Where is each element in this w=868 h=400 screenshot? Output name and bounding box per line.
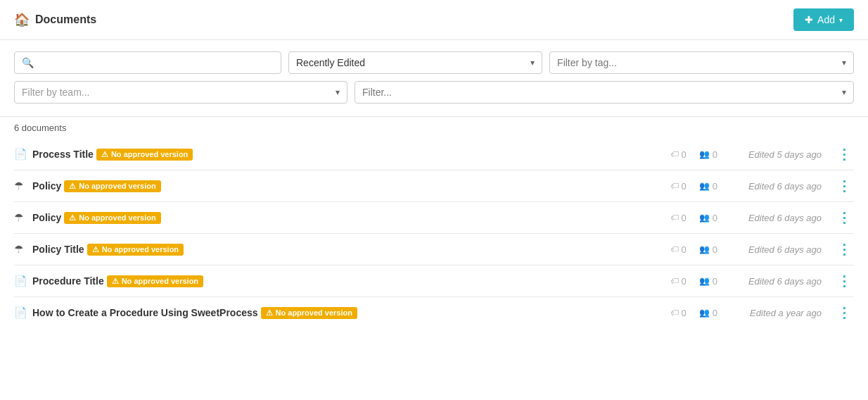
sort-dropdown[interactable]: Recently Edited Alphabetical Recently Cr… (289, 52, 542, 73)
doc-badge: ⚠ No approved version (107, 275, 203, 287)
doc-type-icon: ☂ (14, 180, 28, 192)
doc-assignees-count: 👥 0 (699, 244, 717, 255)
table-row: ☂ Policy ⚠ No approved version 🏷 0 👥 0 E… (14, 202, 854, 234)
search-input[interactable] (38, 57, 274, 68)
tags-number: 0 (682, 244, 687, 255)
people-icon: 👥 (699, 276, 710, 286)
people-icon: 👥 (699, 149, 710, 159)
table-row: ☂ Policy ⚠ No approved version 🏷 0 👥 0 E… (14, 170, 854, 202)
doc-type-icon: ☂ (14, 243, 28, 256)
doc-more-button[interactable]: ⋮ (834, 179, 854, 193)
tags-number: 0 (682, 149, 687, 160)
assignees-number: 0 (713, 244, 717, 255)
doc-left-0: 📄 Process Title ⚠ No approved version (14, 148, 663, 161)
doc-left-1: ☂ Policy ⚠ No approved version (14, 180, 663, 192)
doc-assignees-count: 👥 0 (699, 276, 717, 287)
doc-type-icon: 📄 (14, 306, 28, 319)
doc-badge: ⚠ No approved version (96, 149, 193, 161)
doc-count: 6 documents (0, 117, 868, 139)
tag-icon: 🏷 (670, 308, 679, 318)
table-row: 📄 How to Create a Procedure Using SweetP… (14, 297, 854, 328)
warning-icon: ⚠ (69, 182, 76, 191)
home-icon: 🏠 (14, 12, 30, 27)
badge-label: No approved version (276, 308, 352, 317)
doc-more-button[interactable]: ⋮ (834, 211, 854, 225)
doc-more-button[interactable]: ⋮ (834, 306, 854, 320)
tag-icon: 🏷 (670, 181, 679, 191)
filters-row-1: 🔍 Recently Edited Alphabetical Recently … (14, 51, 854, 74)
doc-more-button[interactable]: ⋮ (834, 147, 854, 161)
doc-assignees-count: 👥 0 (699, 213, 717, 223)
doc-assignees-count: 👥 0 (699, 149, 717, 160)
assignees-number: 0 (713, 276, 717, 287)
doc-edited-time: Edited 5 days ago (730, 149, 822, 160)
doc-left-2: ☂ Policy ⚠ No approved version (14, 211, 663, 224)
doc-edited-time: Edited 6 days ago (730, 213, 822, 223)
doc-type-icon: 📄 (14, 275, 28, 287)
doc-left-4: 📄 Procedure Title ⚠ No approved version (14, 275, 663, 287)
doc-type-icon: 📄 (14, 148, 28, 161)
assignees-number: 0 (713, 181, 717, 192)
doc-title[interactable]: Policy Title (32, 244, 84, 255)
search-wrapper: 🔍 (14, 51, 281, 74)
doc-assignees-count: 👥 0 (699, 181, 717, 192)
doc-meta-2: 🏷 0 👥 0 Edited 6 days ago ⋮ (670, 211, 854, 225)
doc-meta-0: 🏷 0 👥 0 Edited 5 days ago ⋮ (670, 147, 854, 161)
doc-count-label: 6 documents (14, 123, 66, 133)
doc-more-button[interactable]: ⋮ (834, 242, 854, 256)
doc-left-3: ☂ Policy Title ⚠ No approved version (14, 243, 663, 256)
doc-more-button[interactable]: ⋮ (834, 274, 854, 288)
team-filter-dropdown[interactable]: Filter by team... (15, 82, 347, 103)
doc-badge: ⚠ No approved version (64, 180, 160, 192)
doc-badge: ⚠ No approved version (261, 307, 357, 319)
filters-row-2: Filter by team... ▾ ▾ (14, 81, 854, 104)
assignees-number: 0 (713, 213, 717, 223)
doc-assignees-count: 👥 0 (699, 308, 717, 318)
doc-tags-count: 🏷 0 (670, 181, 687, 192)
search-icon: 🔍 (22, 57, 34, 68)
assignees-number: 0 (713, 149, 717, 160)
warning-icon: ⚠ (101, 150, 108, 159)
assignees-number: 0 (713, 308, 717, 318)
tag-icon: 🏷 (670, 149, 679, 159)
warning-icon: ⚠ (92, 245, 99, 254)
tags-number: 0 (682, 276, 687, 287)
filter-wrapper: ▾ (355, 81, 854, 104)
tags-number: 0 (682, 308, 687, 318)
doc-title[interactable]: Policy (32, 212, 61, 223)
warning-icon: ⚠ (69, 213, 76, 223)
doc-edited-time: Edited a year ago (730, 308, 822, 318)
doc-title[interactable]: How to Create a Procedure Using SweetPro… (32, 307, 258, 318)
tags-number: 0 (682, 213, 687, 223)
doc-tags-count: 🏷 0 (670, 149, 687, 160)
add-button[interactable]: ✚ Add ▾ (793, 8, 854, 31)
doc-title[interactable]: Procedure Title (32, 275, 104, 287)
doc-badge: ⚠ No approved version (64, 212, 160, 224)
people-icon: 👥 (699, 244, 710, 254)
warning-icon: ⚠ (112, 277, 119, 286)
doc-title[interactable]: Process Title (32, 149, 94, 160)
people-icon: 👥 (699, 213, 710, 223)
warning-icon: ⚠ (266, 308, 273, 318)
doc-tags-count: 🏷 0 (670, 213, 687, 223)
documents-list: 📄 Process Title ⚠ No approved version 🏷 … (0, 139, 868, 328)
tag-filter-input[interactable] (550, 52, 853, 73)
filter-input[interactable] (355, 82, 853, 103)
table-row: 📄 Procedure Title ⚠ No approved version … (14, 265, 854, 297)
page-title: Documents (35, 13, 96, 26)
page-header: 🏠 Documents ✚ Add ▾ (0, 0, 868, 40)
doc-meta-1: 🏷 0 👥 0 Edited 6 days ago ⋮ (670, 179, 854, 193)
doc-title[interactable]: Policy (32, 180, 61, 192)
doc-meta-5: 🏷 0 👥 0 Edited a year ago ⋮ (670, 306, 854, 320)
page-title-area: 🏠 Documents (14, 12, 96, 27)
doc-badge: ⚠ No approved version (87, 244, 184, 256)
doc-type-icon: ☂ (14, 211, 28, 224)
tags-number: 0 (682, 181, 687, 192)
doc-edited-time: Edited 6 days ago (730, 181, 822, 192)
badge-label: No approved version (102, 245, 179, 254)
tag-icon: 🏷 (670, 213, 679, 223)
people-icon: 👥 (699, 308, 710, 318)
people-icon: 👥 (699, 181, 710, 191)
tag-icon: 🏷 (670, 276, 679, 286)
doc-tags-count: 🏷 0 (670, 276, 687, 287)
